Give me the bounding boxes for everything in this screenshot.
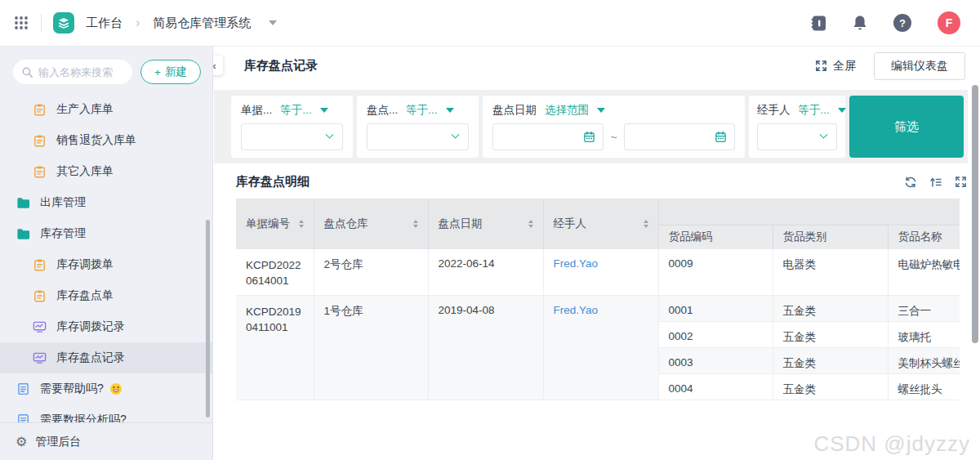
search-icon [21,66,33,78]
search-input[interactable] [38,66,120,78]
sort-icon[interactable] [528,220,533,228]
caret-down-icon[interactable] [320,108,328,113]
user-avatar[interactable]: F [938,11,960,34]
sub-column-header[interactable]: 货品编码 [658,225,773,249]
filter-select[interactable] [367,123,469,150]
column-header[interactable]: 盘点仓库 [314,199,428,249]
sidebar-item[interactable]: 出库管理 [0,187,212,218]
caret-down-icon[interactable] [446,108,454,113]
sidebar: + 新建 生产入库单 销售退货入库单 其它入库单 出库管理 库存管理 库存调拨单… [0,47,213,460]
sidebar-item[interactable]: 其它入库单 [0,156,212,187]
app-title-caret-icon[interactable] [269,20,277,25]
sub-column-header[interactable]: 货品类别 [773,225,888,249]
date-start-input[interactable] [492,123,604,150]
filter-select[interactable] [757,123,837,150]
sidebar-item[interactable]: 需要帮助吗? [0,373,212,404]
sidebar-item-label: 出库管理 [40,195,86,210]
column-header[interactable]: 经手人 [543,199,658,249]
app-grid-icon[interactable] [13,15,29,31]
column-header-label: 盘点仓库 [324,217,368,231]
sidebar-item-label: 库存管理 [40,226,86,241]
fullscreen-link[interactable]: 全屏 [815,59,856,74]
group-column-header [658,199,960,225]
table-head: 单据编号 盘点仓库 盘点日期 经手人 货品编码货品类别货品名称 [236,199,960,249]
column-settings-icon[interactable] [929,176,942,189]
filter-card-select: 盘点... 等于... [357,96,479,158]
new-button[interactable]: + 新建 [140,60,201,84]
cell-warehouse: 1号仓库 [314,295,428,400]
admin-label: 管理后台 [35,435,81,449]
clipboard-icon [32,164,47,179]
sort-icon[interactable] [644,220,648,228]
date-end-input[interactable] [624,123,735,150]
sidebar-search[interactable] [13,60,132,84]
cell-handler-link[interactable]: Fred.Yao [543,295,658,400]
cell-warehouse: 2号仓库 [314,249,428,295]
help-icon[interactable]: ? [893,14,911,32]
column-header-label: 盘点日期 [439,217,483,231]
table-row[interactable]: KCPD201904110011号仓库2019-04-08Fred.Yao000… [236,295,960,321]
column-header[interactable]: 盘点日期 [428,199,543,249]
gear-icon: ⚙ [16,434,27,449]
filter-operator[interactable]: 选择范围 [545,103,589,118]
filter-operator[interactable]: 等于... [799,103,830,118]
cell-date: 2022-06-14 [428,249,543,295]
table-row[interactable]: KCPD202206140012号仓库2022-06-14Fred.Yao000… [236,249,960,295]
sort-icon[interactable] [413,220,418,228]
filter-card-select: 单据... 等于... [231,96,353,158]
filter-operator[interactable]: 等于... [280,103,311,118]
sidebar-collapse-button[interactable]: « [213,56,223,75]
table-fullscreen-icon[interactable] [955,176,967,188]
date-range-separator: ~ [610,131,617,144]
clipboard-icon [32,257,47,272]
smiley-icon [109,382,122,395]
app-title[interactable]: 简易仓库管理系统 [153,16,251,31]
edit-dashboard-button[interactable]: 编辑仪表盘 [874,52,965,80]
sidebar-item[interactable]: 库存调拨记录 [0,311,212,342]
refresh-icon[interactable] [904,176,917,189]
column-header[interactable]: 单据编号 [236,199,314,249]
filter-band: 单据... 等于... 盘点... 等于... 盘点日期 选择范围 [214,90,968,163]
sidebar-menu: 生产入库单 销售退货入库单 其它入库单 出库管理 库存管理 库存调拨单 库存盘点… [0,94,212,435]
sidebar-item[interactable]: 库存盘点记录 [0,342,212,373]
filter-operator[interactable]: 等于... [406,103,437,118]
notification-bell-icon[interactable] [853,15,867,31]
main-panel: « 库存盘点记录 全屏 编辑仪表盘 单据... 等于 [213,47,980,460]
sidebar-item[interactable]: 销售退货入库单 [0,125,212,156]
cell-handler-link[interactable]: Fred.Yao [543,249,658,295]
workspace-logo-icon[interactable] [53,12,74,33]
admin-backend-item[interactable]: ⚙ 管理后台 [0,422,212,460]
sidebar-item[interactable]: 库存调拨单 [0,249,212,280]
cell-item-code: 0003 [658,347,773,373]
filter-button[interactable]: 筛选 [849,96,964,158]
cell-item-name: 三合一 [888,295,960,321]
fullscreen-icon [815,60,827,72]
workspace-label[interactable]: 工作台 [86,16,122,31]
filter-card-select: 经手人 等于... [749,96,845,158]
clipboard-icon [32,133,47,148]
caret-down-icon[interactable] [597,108,605,113]
caret-down-icon[interactable] [838,108,846,113]
sort-icon[interactable] [299,220,304,228]
sidebar-item[interactable]: 库存管理 [0,218,212,249]
main-scrollbar[interactable] [972,85,978,343]
filter-card-daterange: 盘点日期 选择范围 ~ [483,96,745,158]
folder-icon [16,195,30,210]
cell-doc-no: KCPD20190411001 [236,295,314,400]
sidebar-item[interactable]: 生产入库单 [0,94,212,125]
sub-column-header[interactable]: 货品名称 [888,225,960,249]
cell-item-category: 五金类 [773,347,888,373]
new-button-label: 新建 [165,65,187,79]
page-title: 库存盘点记录 [244,58,318,74]
sidebar-scrollbar[interactable] [206,220,210,418]
cell-item-name: 螺丝批头 [888,373,960,400]
cell-item-category: 五金类 [773,295,888,321]
cell-doc-no: KCPD20220614001 [236,249,314,295]
cell-item-name: 电磁炉热敏电 [888,249,960,295]
sidebar-item[interactable]: 库存盘点单 [0,280,212,311]
changelog-icon[interactable] [811,15,826,32]
cell-item-category: 五金类 [773,373,888,400]
filter-select[interactable] [241,123,343,150]
plus-icon: + [154,66,161,78]
column-header-label: 单据编号 [246,217,290,231]
